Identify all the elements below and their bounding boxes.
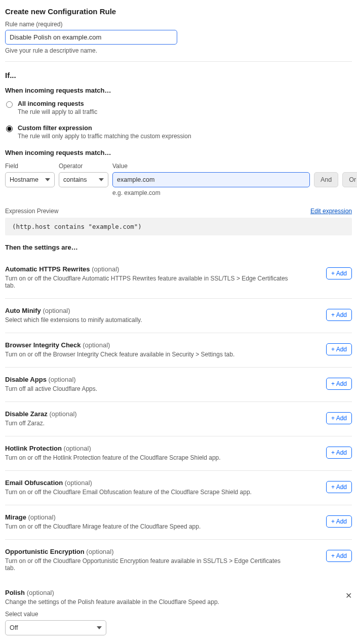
optional-label: (optional) xyxy=(85,548,114,555)
optional-label: (optional) xyxy=(47,376,76,383)
close-icon[interactable]: ✕ xyxy=(345,592,352,600)
setting-title: Automatic HTTPS Rewrites xyxy=(5,265,90,273)
optional-label: (optional) xyxy=(63,479,92,487)
setting-row: Opportunistic Encryption (optional)Turn … xyxy=(5,540,352,581)
setting-row: Hotlink Protection (optional)Turn on or … xyxy=(5,436,352,471)
setting-title: Email Obfuscation xyxy=(5,479,63,487)
page-title: Create new Configuration Rule xyxy=(5,7,352,16)
optional-label: (optional) xyxy=(62,445,91,452)
optional-label: (optional) xyxy=(81,341,110,349)
edit-expression-link[interactable]: Edit expression xyxy=(310,208,352,215)
setting-desc: Turn off all active Cloudflare Apps. xyxy=(5,385,97,392)
setting-desc: Turn off Zaraz. xyxy=(5,420,77,427)
optional-label: (optional) xyxy=(90,265,120,273)
rule-name-input[interactable] xyxy=(5,30,177,45)
radio-all-input[interactable] xyxy=(6,101,13,108)
field-label: Field xyxy=(5,163,55,170)
setting-polish-desc: Change the settings of the Polish featur… xyxy=(5,598,289,606)
setting-row: Email Obfuscation (optional)Turn on or o… xyxy=(5,471,352,505)
or-button[interactable]: Or xyxy=(342,172,357,187)
optional-label: (optional) xyxy=(48,410,77,418)
optional-label: (optional) xyxy=(41,307,70,314)
radio-custom-title: Custom filter expression xyxy=(18,125,191,132)
radio-custom-desc: The rule will only apply to traffic matc… xyxy=(18,133,191,140)
radio-all-title: All incoming requests xyxy=(18,100,97,107)
setting-desc: Turn on or off the Cloudflare Automatic … xyxy=(5,275,289,289)
operator-select[interactable]: contains xyxy=(59,172,108,187)
match-heading: When incoming requests match… xyxy=(5,87,352,94)
setting-row: Disable Zaraz (optional)Turn off Zaraz.+… xyxy=(5,402,352,436)
setting-polish-title: Polish xyxy=(5,589,25,596)
add-button[interactable]: + Add xyxy=(326,550,352,562)
radio-custom-input[interactable] xyxy=(6,126,13,132)
match-heading-2: When incoming requests match… xyxy=(5,149,352,156)
setting-row: Auto Minify (optional)Select which file … xyxy=(5,299,352,333)
and-button[interactable]: And xyxy=(314,172,338,187)
setting-desc: Turn on or off the Browser Integrity Che… xyxy=(5,351,234,358)
then-heading: Then the settings are… xyxy=(5,244,352,251)
radio-all-incoming[interactable]: All incoming requests The rule will appl… xyxy=(5,100,352,115)
setting-title: Hotlink Protection xyxy=(5,445,62,452)
rule-name-helper: Give your rule a descriptive name. xyxy=(5,47,352,54)
operator-label: Operator xyxy=(59,163,108,170)
setting-title: Browser Integrity Check xyxy=(5,341,81,349)
setting-title: Disable Zaraz xyxy=(5,410,48,418)
setting-desc: Select which file extensions to minify a… xyxy=(5,316,142,324)
expression-preview-label: Expression Preview xyxy=(5,208,58,215)
value-input[interactable] xyxy=(112,172,310,187)
add-button[interactable]: + Add xyxy=(326,378,352,390)
value-hint: e.g. example.com xyxy=(112,189,310,196)
polish-value-select[interactable]: Off xyxy=(5,620,106,635)
setting-polish: Polish (optional) Change the settings of… xyxy=(5,581,352,638)
setting-title: Mirage xyxy=(5,513,26,521)
expression-preview-code: (http.host contains "example.com") xyxy=(5,218,352,235)
add-button[interactable]: + Add xyxy=(326,309,352,321)
if-heading: If... xyxy=(5,71,352,79)
radio-all-desc: The rule will apply to all traffic xyxy=(18,108,97,115)
setting-row: Browser Integrity Check (optional)Turn o… xyxy=(5,333,352,368)
setting-desc: Turn on or off the Cloudflare Email Obfu… xyxy=(5,489,252,496)
setting-desc: Turn on or off the Cloudflare Mirage fea… xyxy=(5,523,201,530)
setting-title: Opportunistic Encryption xyxy=(5,548,85,555)
value-label: Value xyxy=(112,163,310,170)
add-button[interactable]: + Add xyxy=(326,481,352,493)
add-button[interactable]: + Add xyxy=(326,447,352,459)
setting-row: Disable Apps (optional)Turn off all acti… xyxy=(5,368,352,402)
add-button[interactable]: + Add xyxy=(326,343,352,355)
setting-title: Auto Minify xyxy=(5,307,41,314)
rule-name-label: Rule name (required) xyxy=(5,21,352,28)
polish-select-label: Select value xyxy=(5,611,345,618)
optional-label: (optional) xyxy=(27,589,54,596)
setting-title: Disable Apps xyxy=(5,376,47,383)
add-button[interactable]: + Add xyxy=(326,267,352,279)
add-button[interactable]: + Add xyxy=(326,515,352,528)
radio-custom-filter[interactable]: Custom filter expression The rule will o… xyxy=(5,125,352,140)
setting-row: Automatic HTTPS Rewrites (optional)Turn … xyxy=(5,257,352,299)
setting-row: Mirage (optional)Turn on or off the Clou… xyxy=(5,505,352,540)
setting-desc: Turn on or off the Cloudflare Opportunis… xyxy=(5,557,289,572)
field-select[interactable]: Hostname xyxy=(5,172,55,187)
optional-label: (optional) xyxy=(26,513,56,521)
setting-desc: Turn on or off the Hotlink Protection fe… xyxy=(5,454,221,461)
divider xyxy=(5,61,352,62)
add-button[interactable]: + Add xyxy=(326,412,352,424)
